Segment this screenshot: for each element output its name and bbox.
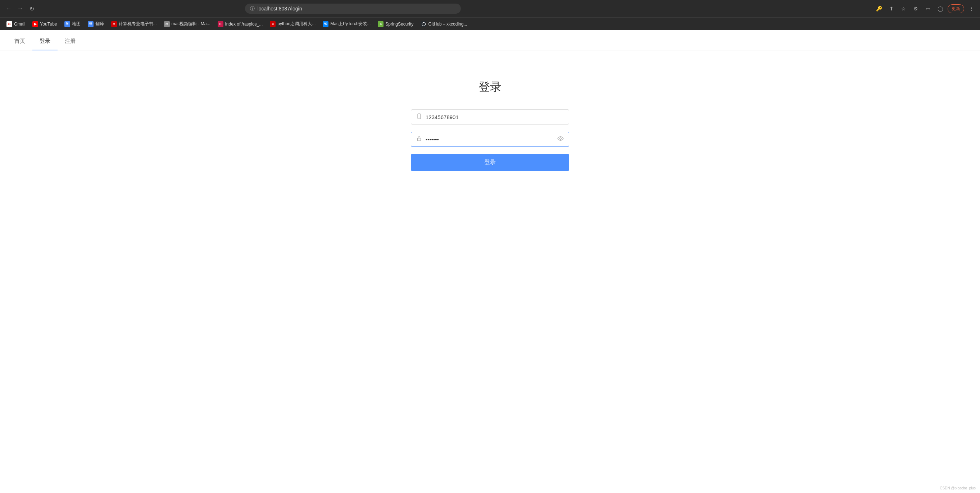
- svg-rect-2: [418, 138, 421, 141]
- lock-field-icon: [416, 136, 422, 143]
- bookmark-springsec-label: SpringSecurity: [385, 22, 414, 27]
- bookmarks-bar: G Gmail ▶ YouTube M 地图 译 翻译 C 计算机专业电子书..…: [0, 17, 980, 30]
- bookmark-gmail[interactable]: G Gmail: [3, 20, 28, 28]
- login-container: 登录: [0, 50, 980, 171]
- footer-text: CSDN @picacho_plus: [940, 486, 976, 490]
- bookmark-github[interactable]: ◯ GitHub – xkcoding...: [418, 20, 470, 28]
- profile-icon[interactable]: ◯: [935, 3, 945, 14]
- bookmark-translate[interactable]: 译 翻译: [85, 20, 107, 28]
- nav-register[interactable]: 注册: [57, 32, 83, 50]
- bookmark-csdn[interactable]: C 计算机专业电子书...: [108, 20, 160, 28]
- sidebar-toggle-icon[interactable]: ▭: [923, 3, 933, 14]
- bookmark-icon[interactable]: ☆: [899, 3, 909, 14]
- bookmark-raspios-label: Index of /raspios_...: [225, 22, 263, 27]
- refresh-button[interactable]: ↻: [27, 3, 37, 14]
- svg-point-3: [560, 138, 562, 140]
- login-submit-button[interactable]: 登录: [411, 154, 569, 171]
- phone-icon: [416, 113, 422, 121]
- site-nav: 首页 登录 注册: [0, 30, 980, 50]
- favicon-github: ◯: [420, 21, 426, 27]
- favicon-python: C: [270, 21, 275, 27]
- bookmark-github-label: GitHub – xkcoding...: [428, 22, 467, 27]
- phone-input-group: [411, 110, 569, 124]
- favicon-gmail: G: [6, 21, 12, 27]
- bookmark-mac-video-label: mac视频编辑 - Ma...: [172, 21, 210, 27]
- password-input[interactable]: [426, 137, 554, 143]
- favicon-springsec: S: [378, 21, 383, 27]
- back-button[interactable]: ←: [3, 3, 14, 14]
- nav-home[interactable]: 首页: [7, 32, 32, 50]
- bookmark-mac-video[interactable]: m mac视频编辑 - Ma...: [161, 20, 213, 28]
- bookmark-gmail-label: Gmail: [14, 22, 25, 27]
- forward-button[interactable]: →: [15, 3, 25, 14]
- svg-point-1: [419, 118, 420, 118]
- bookmark-zhihu-label: Mac上PyTorch安装...: [330, 21, 371, 27]
- extensions-icon[interactable]: ⚙: [911, 3, 921, 14]
- nav-buttons: ← → ↻: [3, 3, 37, 14]
- favicon-maps: M: [64, 21, 70, 27]
- address-bar[interactable]: ⓘ: [245, 3, 461, 14]
- password-manager-icon[interactable]: 🔑: [874, 3, 884, 14]
- bookmark-raspios[interactable]: R Index of /raspios_...: [215, 20, 266, 28]
- login-title: 登录: [479, 79, 501, 95]
- menu-icon[interactable]: ⋮: [966, 3, 977, 14]
- toolbar-actions: 🔑 ⬆ ☆ ⚙ ▭ ◯ 更新 ⋮: [874, 3, 977, 14]
- bookmark-maps-label: 地图: [72, 21, 81, 27]
- update-button[interactable]: 更新: [948, 4, 964, 13]
- lock-icon: ⓘ: [250, 5, 255, 12]
- browser-chrome: ← → ↻ ⓘ 🔑 ⬆ ☆ ⚙ ▭ ◯ 更新 ⋮ G Gmail ▶ YouTu…: [0, 0, 980, 30]
- favicon-mac-video: m: [164, 21, 170, 27]
- favicon-translate: 译: [88, 21, 94, 27]
- favicon-zhihu: 知: [323, 21, 328, 27]
- bookmark-zhihu[interactable]: 知 Mac上PyTorch安装...: [320, 20, 374, 28]
- bookmark-maps[interactable]: M 地图: [62, 20, 83, 28]
- favicon-csdn: C: [111, 21, 117, 27]
- nav-login[interactable]: 登录: [32, 32, 57, 50]
- share-icon[interactable]: ⬆: [886, 3, 897, 14]
- page-content: 首页 登录 注册 登录: [0, 30, 980, 493]
- page-footer: CSDN @picacho_plus: [940, 486, 976, 490]
- bookmark-translate-label: 翻译: [95, 21, 104, 27]
- eye-icon[interactable]: [557, 136, 564, 143]
- bookmark-youtube[interactable]: ▶ YouTube: [30, 20, 60, 28]
- browser-toolbar: ← → ↻ ⓘ 🔑 ⬆ ☆ ⚙ ▭ ◯ 更新 ⋮: [0, 0, 980, 17]
- bookmark-python[interactable]: C python之调用科大...: [267, 20, 318, 28]
- phone-input[interactable]: [426, 114, 564, 120]
- bookmark-springsec[interactable]: S SpringSecurity: [375, 20, 416, 28]
- login-form: 登录: [411, 110, 569, 171]
- favicon-youtube: ▶: [32, 21, 38, 27]
- favicon-raspios: R: [218, 21, 223, 27]
- url-input[interactable]: [258, 6, 456, 11]
- bookmark-python-label: python之调用科大...: [277, 21, 315, 27]
- password-input-group: [411, 132, 569, 147]
- bookmark-youtube-label: YouTube: [40, 22, 57, 27]
- bookmark-csdn-label: 计算机专业电子书...: [119, 21, 157, 27]
